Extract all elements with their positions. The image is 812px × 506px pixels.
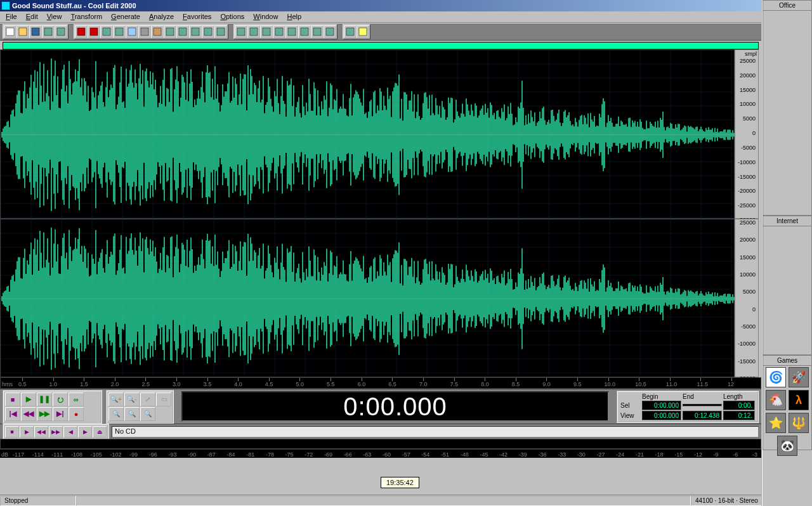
zoom-left-button[interactable]: 🔍 <box>124 407 140 421</box>
go-start-button[interactable]: |◀ <box>5 407 20 421</box>
game-launcher-0[interactable]: 🌀 <box>766 367 786 387</box>
open-button[interactable] <box>16 25 29 38</box>
amp-tick: -15000 <box>738 358 757 365</box>
toolbar <box>0 23 761 41</box>
col-length: Length <box>723 393 755 400</box>
amp-tick: 25000 <box>740 58 757 64</box>
cd-play-button[interactable]: ▶ <box>20 426 34 438</box>
zoom-out-button[interactable]: 🔍- <box>124 392 140 406</box>
cd-rew-button[interactable]: ◀ <box>63 426 77 438</box>
time-tick: 2.5 <box>141 381 150 387</box>
menu-bar[interactable]: FileEditViewTransformGenerateAnalyzeFavo… <box>0 11 761 23</box>
rewind-button[interactable]: ◀◀ <box>21 407 36 421</box>
view-a-button[interactable] <box>260 25 273 38</box>
svg-rect-10 <box>141 28 148 36</box>
game-launcher-3[interactable]: λ <box>789 390 809 410</box>
view-c-button[interactable] <box>285 25 298 38</box>
forward-button[interactable]: ▶▶ <box>37 407 52 421</box>
overview-strip[interactable] <box>3 42 759 49</box>
menu-view[interactable]: View <box>43 11 67 22</box>
save-sel-button[interactable] <box>42 25 55 38</box>
new-button[interactable] <box>4 25 16 38</box>
zoom-in-sel-button[interactable]: 🔍 <box>108 407 124 421</box>
svg-rect-2 <box>32 28 39 36</box>
go-end-button[interactable]: ▶| <box>53 407 68 421</box>
copy-button[interactable] <box>126 25 138 38</box>
record-button[interactable]: ● <box>69 407 84 421</box>
clock-tooltip: 19:35:42 <box>381 477 419 488</box>
time-ruler[interactable]: hms0.51.01.52.02.53.03.54.04.55.05.56.06… <box>0 377 761 389</box>
menu-favorites[interactable]: Favorites <box>178 11 216 22</box>
menu-generate[interactable]: Generate <box>107 11 145 22</box>
loop-button[interactable]: ∞ <box>69 392 84 406</box>
time-tick: 12 <box>728 381 734 387</box>
game-launcher-5[interactable]: 🔱 <box>789 413 809 433</box>
zoom-full-button[interactable]: ⤢ <box>140 392 155 406</box>
db-unit-label: dB <box>1 451 8 458</box>
zoom-in-button[interactable]: 🔍+ <box>108 392 124 406</box>
repeat-button[interactable] <box>100 25 113 38</box>
menu-options[interactable]: Options <box>216 11 249 22</box>
svg-rect-25 <box>346 28 354 36</box>
time-tick: 0.5 <box>18 381 27 387</box>
zoom-sel-button[interactable]: ▭ <box>156 392 171 406</box>
save-button[interactable] <box>29 25 42 38</box>
stop-button[interactable]: ■ <box>5 392 20 406</box>
play-loop-button[interactable]: ⭮ <box>53 392 68 406</box>
menu-analyze[interactable]: Analyze <box>145 11 178 22</box>
zoom-right-button[interactable]: 🔍 <box>140 407 155 421</box>
game-launcher-4[interactable]: ⭐ <box>766 413 786 433</box>
help-button[interactable] <box>357 25 369 38</box>
game-launcher-6[interactable]: 🐼 <box>777 436 797 456</box>
settings-button[interactable] <box>324 25 336 38</box>
db-tick: -96 <box>149 451 157 458</box>
time-tick: 5.0 <box>296 381 304 387</box>
rec-device-button[interactable] <box>344 25 357 38</box>
db-tick: -87 <box>207 451 216 458</box>
cd-next-button[interactable]: ▶▶ <box>49 426 63 438</box>
menu-help[interactable]: Help <box>282 11 306 22</box>
selection-info: BeginEndLengthSel0:00.0000:00.View0:00.0… <box>617 391 759 423</box>
view-b-button[interactable] <box>273 25 285 38</box>
ruler-button[interactable] <box>247 25 260 38</box>
batch-button[interactable] <box>55 25 67 38</box>
waveform-left-channel[interactable] <box>0 49 735 219</box>
menu-window[interactable]: Window <box>249 11 282 22</box>
cd-prev-button[interactable]: ◀◀ <box>34 426 48 438</box>
time-tick: 4.5 <box>265 381 273 387</box>
game-launcher-1[interactable]: 🚀 <box>789 367 809 387</box>
side-launcher[interactable]: OfficeInternetGames🌀🚀🐔λ⭐🔱🐼 <box>761 0 812 506</box>
cd-ff-button[interactable]: ▶ <box>78 426 92 438</box>
cut-button[interactable] <box>138 25 151 38</box>
time-tick: 7.5 <box>450 381 459 387</box>
game-launcher-2[interactable]: 🐔 <box>766 390 786 410</box>
redo-button[interactable] <box>88 25 100 38</box>
trim-button[interactable] <box>176 25 189 38</box>
pause-button[interactable]: ❚❚ <box>37 392 52 406</box>
script-button[interactable] <box>214 25 227 38</box>
spectral-button[interactable] <box>235 25 247 38</box>
menu-edit[interactable]: Edit <box>22 11 43 22</box>
undo-button[interactable] <box>75 25 88 38</box>
svg-rect-14 <box>192 28 199 36</box>
menu-file[interactable]: File <box>1 11 22 22</box>
time-tick: 3.5 <box>204 381 212 387</box>
envelope-button[interactable] <box>202 25 214 38</box>
play-button[interactable]: ▶ <box>21 392 36 406</box>
cd-stop-button[interactable]: ■ <box>5 426 19 438</box>
amp-tick: -10000 <box>738 341 757 347</box>
time-tick: 11.5 <box>697 381 708 387</box>
cd-button[interactable] <box>311 25 324 38</box>
waveform-right-channel[interactable] <box>0 219 735 377</box>
silence-button[interactable] <box>189 25 202 38</box>
db-tick: -39 <box>519 451 527 458</box>
view-d-button[interactable] <box>298 25 311 38</box>
paste-button[interactable] <box>151 25 164 38</box>
menu-transform[interactable]: Transform <box>66 11 107 22</box>
cue-list-button[interactable] <box>113 25 126 38</box>
amp-tick: -5000 <box>741 145 757 151</box>
mix-paste-button[interactable] <box>164 25 176 38</box>
amp-tick: 10000 <box>740 101 757 107</box>
amplitude-unit-label: smpl <box>735 50 758 58</box>
cd-eject-button[interactable]: ⏏ <box>93 426 107 438</box>
